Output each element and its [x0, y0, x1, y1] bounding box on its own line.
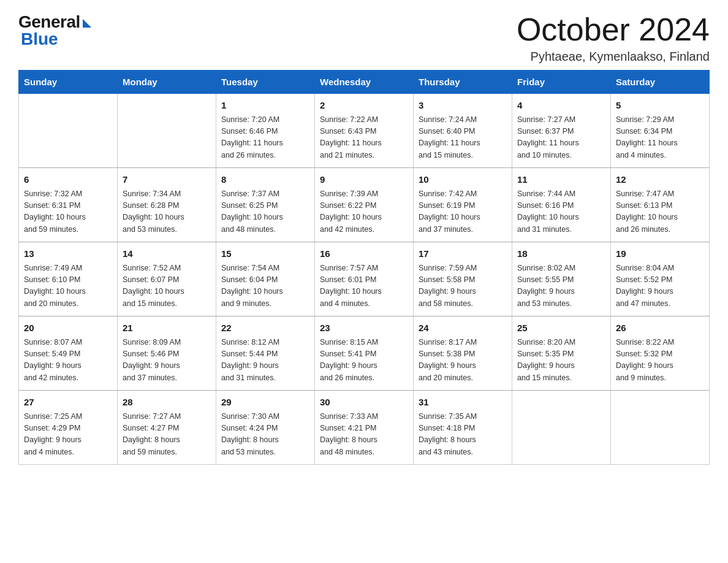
calendar-cell: 14Sunrise: 7:52 AMSunset: 6:07 PMDayligh… [118, 242, 216, 316]
calendar-cell [611, 391, 710, 465]
calendar-week-row: 6Sunrise: 7:32 AMSunset: 6:31 PMDaylight… [19, 168, 710, 242]
day-number: 9 [320, 173, 408, 187]
day-number: 28 [123, 396, 211, 410]
day-number: 5 [616, 99, 704, 113]
day-info: Sunrise: 7:29 AMSunset: 6:34 PMDaylight:… [616, 114, 704, 162]
calendar-cell: 31Sunrise: 7:35 AMSunset: 4:18 PMDayligh… [414, 391, 512, 465]
day-number: 24 [419, 321, 507, 335]
calendar-header-wednesday: Wednesday [315, 71, 414, 94]
day-info: Sunrise: 7:34 AMSunset: 6:28 PMDaylight:… [123, 188, 211, 236]
day-number: 31 [419, 396, 507, 410]
calendar-cell: 13Sunrise: 7:49 AMSunset: 6:10 PMDayligh… [19, 242, 118, 316]
calendar-week-row: 20Sunrise: 8:07 AMSunset: 5:49 PMDayligh… [19, 316, 710, 391]
day-number: 23 [320, 321, 408, 335]
calendar-header-friday: Friday [512, 71, 611, 94]
day-number: 14 [123, 247, 211, 261]
calendar-header-saturday: Saturday [611, 71, 710, 94]
calendar-cell: 4Sunrise: 7:27 AMSunset: 6:37 PMDaylight… [512, 94, 611, 168]
day-number: 16 [320, 247, 408, 261]
calendar-cell: 9Sunrise: 7:39 AMSunset: 6:22 PMDaylight… [315, 168, 414, 242]
day-info: Sunrise: 7:32 AMSunset: 6:31 PMDaylight:… [24, 188, 112, 236]
logo-blue-text: Blue [21, 29, 58, 49]
calendar-cell: 24Sunrise: 8:17 AMSunset: 5:38 PMDayligh… [414, 316, 512, 391]
day-info: Sunrise: 7:24 AMSunset: 6:40 PMDaylight:… [419, 114, 507, 162]
calendar-cell [19, 94, 118, 168]
day-number: 30 [320, 396, 408, 410]
calendar-cell: 11Sunrise: 7:44 AMSunset: 6:16 PMDayligh… [512, 168, 611, 242]
day-number: 11 [517, 173, 605, 187]
day-info: Sunrise: 8:02 AMSunset: 5:55 PMDaylight:… [517, 262, 605, 310]
day-info: Sunrise: 7:27 AMSunset: 4:27 PMDaylight:… [123, 411, 211, 459]
day-number: 12 [616, 173, 704, 187]
calendar-cell: 26Sunrise: 8:22 AMSunset: 5:32 PMDayligh… [611, 316, 710, 391]
day-number: 6 [24, 173, 112, 187]
page-header: General Blue October 2024 Pyhtaeae, Kyme… [18, 12, 710, 64]
day-number: 27 [24, 396, 112, 410]
day-info: Sunrise: 7:39 AMSunset: 6:22 PMDaylight:… [320, 188, 408, 236]
title-block: October 2024 Pyhtaeae, Kymenlaakso, Finl… [517, 12, 710, 64]
month-title: October 2024 [517, 12, 710, 47]
calendar-week-row: 1Sunrise: 7:20 AMSunset: 6:46 PMDaylight… [19, 94, 710, 168]
calendar-body: 1Sunrise: 7:20 AMSunset: 6:46 PMDaylight… [19, 94, 710, 465]
day-info: Sunrise: 7:27 AMSunset: 6:37 PMDaylight:… [517, 114, 605, 162]
day-number: 21 [123, 321, 211, 335]
day-info: Sunrise: 8:22 AMSunset: 5:32 PMDaylight:… [616, 337, 704, 385]
day-info: Sunrise: 7:57 AMSunset: 6:01 PMDaylight:… [320, 262, 408, 310]
day-info: Sunrise: 7:54 AMSunset: 6:04 PMDaylight:… [221, 262, 309, 310]
day-info: Sunrise: 7:30 AMSunset: 4:24 PMDaylight:… [221, 411, 309, 459]
day-number: 7 [123, 173, 211, 187]
calendar-cell: 15Sunrise: 7:54 AMSunset: 6:04 PMDayligh… [216, 242, 315, 316]
day-info: Sunrise: 7:42 AMSunset: 6:19 PMDaylight:… [419, 188, 507, 236]
day-info: Sunrise: 8:15 AMSunset: 5:41 PMDaylight:… [320, 337, 408, 385]
calendar-cell: 16Sunrise: 7:57 AMSunset: 6:01 PMDayligh… [315, 242, 414, 316]
calendar-cell: 18Sunrise: 8:02 AMSunset: 5:55 PMDayligh… [512, 242, 611, 316]
day-info: Sunrise: 8:04 AMSunset: 5:52 PMDaylight:… [616, 262, 704, 310]
day-info: Sunrise: 7:25 AMSunset: 4:29 PMDaylight:… [24, 411, 112, 459]
day-number: 29 [221, 396, 309, 410]
day-info: Sunrise: 7:49 AMSunset: 6:10 PMDaylight:… [24, 262, 112, 310]
calendar-cell: 12Sunrise: 7:47 AMSunset: 6:13 PMDayligh… [611, 168, 710, 242]
day-number: 8 [221, 173, 309, 187]
calendar-cell: 1Sunrise: 7:20 AMSunset: 6:46 PMDaylight… [216, 94, 315, 168]
calendar-cell: 30Sunrise: 7:33 AMSunset: 4:21 PMDayligh… [315, 391, 414, 465]
calendar-cell: 29Sunrise: 7:30 AMSunset: 4:24 PMDayligh… [216, 391, 315, 465]
calendar-header-thursday: Thursday [414, 71, 512, 94]
day-number: 19 [616, 247, 704, 261]
day-number: 3 [419, 99, 507, 113]
day-number: 18 [517, 247, 605, 261]
day-number: 20 [24, 321, 112, 335]
calendar-cell: 7Sunrise: 7:34 AMSunset: 6:28 PMDaylight… [118, 168, 216, 242]
day-info: Sunrise: 7:33 AMSunset: 4:21 PMDaylight:… [320, 411, 408, 459]
calendar-cell: 8Sunrise: 7:37 AMSunset: 6:25 PMDaylight… [216, 168, 315, 242]
day-info: Sunrise: 7:22 AMSunset: 6:43 PMDaylight:… [320, 114, 408, 162]
calendar-cell: 5Sunrise: 7:29 AMSunset: 6:34 PMDaylight… [611, 94, 710, 168]
day-info: Sunrise: 7:35 AMSunset: 4:18 PMDaylight:… [419, 411, 507, 459]
day-info: Sunrise: 7:59 AMSunset: 5:58 PMDaylight:… [419, 262, 507, 310]
logo-arrow-icon [83, 19, 91, 28]
calendar-table: SundayMondayTuesdayWednesdayThursdayFrid… [18, 70, 710, 465]
calendar-header-monday: Monday [118, 71, 216, 94]
logo: General Blue [18, 12, 91, 49]
calendar-cell: 3Sunrise: 7:24 AMSunset: 6:40 PMDaylight… [414, 94, 512, 168]
day-info: Sunrise: 7:37 AMSunset: 6:25 PMDaylight:… [221, 188, 309, 236]
day-info: Sunrise: 8:20 AMSunset: 5:35 PMDaylight:… [517, 337, 605, 385]
calendar-cell: 21Sunrise: 8:09 AMSunset: 5:46 PMDayligh… [118, 316, 216, 391]
calendar-cell: 17Sunrise: 7:59 AMSunset: 5:58 PMDayligh… [414, 242, 512, 316]
calendar-cell [512, 391, 611, 465]
calendar-cell: 25Sunrise: 8:20 AMSunset: 5:35 PMDayligh… [512, 316, 611, 391]
day-info: Sunrise: 8:12 AMSunset: 5:44 PMDaylight:… [221, 337, 309, 385]
calendar-cell: 20Sunrise: 8:07 AMSunset: 5:49 PMDayligh… [19, 316, 118, 391]
calendar-week-row: 13Sunrise: 7:49 AMSunset: 6:10 PMDayligh… [19, 242, 710, 316]
day-number: 15 [221, 247, 309, 261]
calendar-cell [118, 94, 216, 168]
day-number: 13 [24, 247, 112, 261]
calendar-cell: 6Sunrise: 7:32 AMSunset: 6:31 PMDaylight… [19, 168, 118, 242]
day-number: 26 [616, 321, 704, 335]
day-number: 2 [320, 99, 408, 113]
day-number: 25 [517, 321, 605, 335]
day-info: Sunrise: 8:17 AMSunset: 5:38 PMDaylight:… [419, 337, 507, 385]
calendar-week-row: 27Sunrise: 7:25 AMSunset: 4:29 PMDayligh… [19, 391, 710, 465]
day-info: Sunrise: 7:20 AMSunset: 6:46 PMDaylight:… [221, 114, 309, 162]
calendar-header-sunday: Sunday [19, 71, 118, 94]
day-number: 22 [221, 321, 309, 335]
